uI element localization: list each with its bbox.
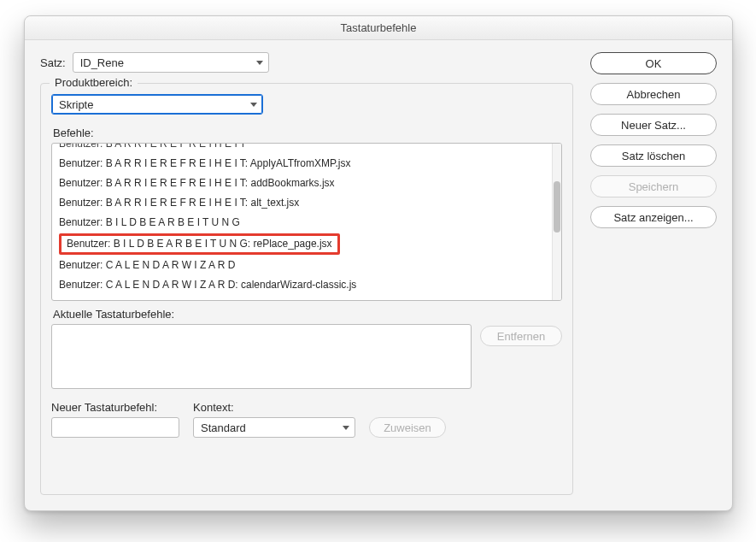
neuer-satz-button[interactable]: Neuer Satz... [590, 114, 717, 136]
satz-dropdown[interactable]: ID_Rene [73, 52, 269, 73]
chevron-down-icon [343, 426, 349, 430]
befehle-label: Befehle: [53, 127, 562, 139]
list-item[interactable]: Benutzer: B A R R I E R E F R E I H E I … [52, 154, 551, 174]
befehle-list-inner: Benutzer: B A R R I E R E F R E I H E I … [52, 144, 551, 300]
satz-label: Satz: [40, 56, 66, 69]
dialog-body: Satz: ID_Rene Produktbereich: Skripte Be… [25, 40, 732, 510]
neuer-befehl-label: Neuer Tastaturbefehl: [51, 401, 179, 414]
satz-value: ID_Rene [80, 56, 124, 69]
list-item[interactable]: Benutzer: B A R R I E R E F R E I H E I … [52, 144, 551, 154]
bottom-row: Neuer Tastaturbefehl: Kontext: Standard … [51, 401, 562, 438]
produktbereich-dropdown[interactable]: Skripte [51, 94, 263, 115]
kontext-label: Kontext: [193, 401, 355, 414]
kontext-value: Standard [201, 421, 246, 434]
list-item[interactable]: Benutzer: B A R R I E R E F R E I H E I … [52, 193, 551, 213]
produktbereich-value: Skripte [59, 98, 93, 111]
list-item[interactable]: Benutzer: B A R R I E R E F R E I H E I … [52, 174, 551, 193]
chevron-down-icon [256, 61, 263, 65]
list-item[interactable]: Benutzer: C A L E N D A R W I Z A R D [52, 256, 551, 275]
zuweisen-button[interactable]: Zuweisen [369, 417, 446, 438]
chevron-down-icon [250, 103, 257, 107]
speichern-button[interactable]: Speichern [590, 175, 717, 197]
produktbereich-label: Produktbereich: [50, 76, 138, 89]
satz-row: Satz: ID_Rene [40, 52, 573, 73]
satz-anzeigen-button[interactable]: Satz anzeigen... [590, 206, 717, 228]
side-buttons: OK Abbrechen Neuer Satz... Satz löschen … [590, 52, 717, 495]
neuer-befehl-field: Neuer Tastaturbefehl: [51, 401, 179, 438]
entfernen-button[interactable]: Entfernen [480, 326, 562, 346]
abbrechen-button[interactable]: Abbrechen [590, 83, 717, 105]
list-item[interactable]: Benutzer: C A L E N D A R W I Z A R D: c… [52, 295, 551, 300]
dialog-window: Tastaturbefehle Satz: ID_Rene Produktber… [24, 15, 733, 511]
produktbereich-group: Produktbereich: Skripte Befehle: Benutze… [40, 83, 573, 495]
main-panel: Satz: ID_Rene Produktbereich: Skripte Be… [40, 52, 573, 495]
aktuelle-label: Aktuelle Tastaturbefehle: [53, 308, 562, 321]
kontext-field: Kontext: Standard [193, 401, 355, 438]
aktuelle-textarea[interactable] [51, 324, 472, 389]
befehle-list[interactable]: Benutzer: B A R R I E R E F R E I H E I … [51, 143, 562, 301]
list-item-highlighted[interactable]: Benutzer: B I L D B E A R B E I T U N G:… [59, 233, 340, 255]
satz-loeschen-button[interactable]: Satz löschen [590, 144, 717, 167]
dialog-title: Tastaturbefehle [25, 16, 732, 40]
scrollbar-track[interactable] [552, 144, 561, 300]
ok-button[interactable]: OK [590, 52, 717, 74]
scrollbar-thumb[interactable] [554, 181, 560, 233]
list-item[interactable]: Benutzer: B I L D B E A R B E I T U N G [52, 213, 551, 233]
neuer-befehl-input[interactable] [51, 417, 179, 438]
kontext-dropdown[interactable]: Standard [193, 417, 355, 438]
list-item[interactable]: Benutzer: C A L E N D A R W I Z A R D: c… [52, 275, 551, 295]
